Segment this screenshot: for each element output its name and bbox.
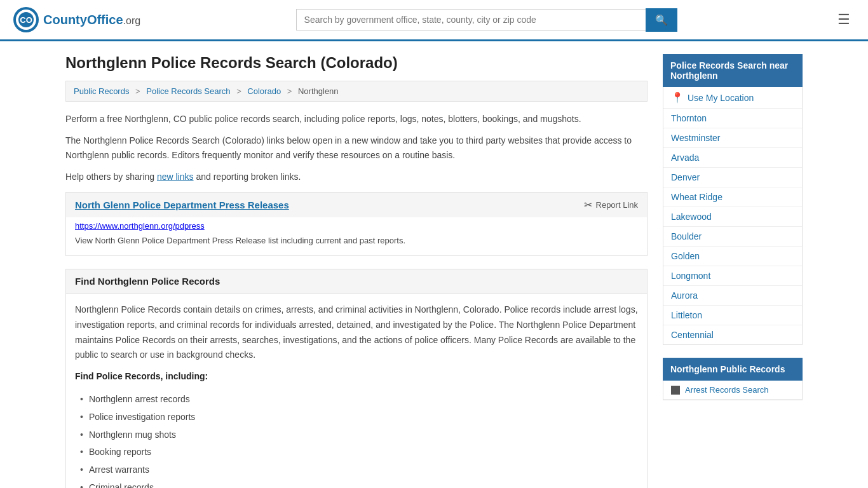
logo-icon: CO (13, 6, 39, 33)
description-2: The Northglenn Police Records Search (Co… (65, 133, 648, 162)
main-container: Northglenn Police Records Search (Colora… (53, 41, 815, 488)
site-header: CO CountyOffice.org 🔍 ☰ (0, 0, 868, 41)
find-list-item: Northglenn arrest records (78, 391, 638, 409)
breadcrumb-sep-1: > (135, 86, 140, 96)
nearby-section: Police Records Search near Northglenn 📍 … (663, 54, 803, 345)
public-record-item[interactable]: Arrest Records Search (663, 381, 802, 400)
find-section-heading: Find Northglenn Police Records (66, 269, 647, 294)
public-records-list: Arrest Records Search (663, 381, 803, 400)
use-location-link[interactable]: Use My Location (688, 93, 754, 103)
description-1: Perform a free Northglenn, CO public pol… (65, 112, 648, 126)
public-records-section: Northglenn Public Records Arrest Records… (663, 358, 803, 400)
header-right: ☰ (832, 9, 855, 30)
public-records-heading: Northglenn Public Records (663, 358, 803, 381)
breadcrumb-link-colorado[interactable]: Colorado (247, 86, 281, 96)
report-link-button[interactable]: ✂ Report Link (584, 199, 638, 211)
breadcrumb-current: Northglenn (298, 86, 339, 96)
find-list-item: Police investigation reports (78, 409, 638, 426)
breadcrumb: Public Records > Police Records Search >… (65, 81, 648, 102)
record-icon (671, 386, 680, 395)
resource-description: View North Glenn Police Department Press… (66, 232, 647, 256)
find-section: Find Northglenn Police Records Northglen… (65, 269, 648, 488)
new-links-link[interactable]: new links (157, 172, 194, 182)
nearby-city-link[interactable]: Boulder (671, 231, 702, 241)
nearby-city-item[interactable]: Aurora (663, 286, 802, 306)
logo-label: CountyOffice.org (43, 13, 140, 27)
find-section-body: Northglenn Police Records contain detail… (66, 294, 647, 488)
nearby-city-item[interactable]: Wheat Ridge (663, 187, 802, 207)
nearby-heading: Police Records Search near Northglenn (663, 54, 803, 87)
nearby-city-item[interactable]: Lakewood (663, 207, 802, 227)
logo-suffix: .org (123, 15, 141, 26)
resource-url[interactable]: https://www.northglenn.org/pdpress (66, 217, 647, 232)
nearby-city-item[interactable]: Westminster (663, 128, 802, 148)
sidebar: Police Records Search near Northglenn 📍 … (663, 54, 803, 488)
find-list-item: Booking reports (78, 444, 638, 461)
find-list-item: Arrest warrants (78, 461, 638, 479)
resource-title-link[interactable]: North Glenn Police Department Press Rele… (75, 200, 289, 210)
desc3-post: and reporting broken links. (194, 172, 301, 182)
menu-button[interactable]: ☰ (832, 9, 855, 30)
nearby-city-link[interactable]: Lakewood (671, 212, 712, 222)
nearby-city-link[interactable]: Denver (671, 172, 700, 182)
nearby-city-item[interactable]: Arvada (663, 148, 802, 168)
find-body-text: Northglenn Police Records contain detail… (75, 302, 638, 363)
breadcrumb-link-police-records[interactable]: Police Records Search (146, 86, 230, 96)
description-3: Help others by sharing new links and rep… (65, 170, 648, 184)
search-bar: 🔍 (296, 8, 677, 32)
nearby-city-link[interactable]: Centennial (671, 330, 714, 340)
breadcrumb-link-public-records[interactable]: Public Records (74, 86, 129, 96)
nearby-city-link[interactable]: Longmont (671, 271, 710, 281)
use-my-location[interactable]: 📍 Use My Location (663, 87, 802, 109)
find-list-item: Criminal records (78, 479, 638, 488)
nearby-city-link[interactable]: Golden (671, 251, 700, 261)
page-title: Northglenn Police Records Search (Colora… (65, 54, 648, 72)
desc3-pre: Help others by sharing (65, 172, 157, 182)
resource-url-link[interactable]: https://www.northglenn.org/pdpress (75, 221, 205, 231)
breadcrumb-sep-3: > (287, 86, 292, 96)
nearby-city-link[interactable]: Thornton (671, 113, 707, 123)
nearby-city-item[interactable]: Longmont (663, 266, 802, 286)
nearby-city-item[interactable]: Centennial (663, 325, 802, 344)
resource-card: North Glenn Police Department Press Rele… (65, 192, 648, 257)
public-record-link[interactable]: Arrest Records Search (685, 385, 769, 395)
nearby-city-link[interactable]: Aurora (671, 290, 698, 301)
search-icon: 🔍 (655, 15, 668, 25)
find-list-label: Find Police Records, including: (75, 369, 638, 384)
nearby-city-item[interactable]: Thornton (663, 109, 802, 128)
nearby-city-item[interactable]: Golden (663, 247, 802, 266)
nearby-list: 📍 Use My Location ThorntonWestminsterArv… (663, 87, 803, 345)
content-area: Northglenn Police Records Search (Colora… (65, 54, 648, 488)
resource-card-header: North Glenn Police Department Press Rele… (66, 192, 647, 217)
nearby-city-item[interactable]: Littleton (663, 306, 802, 325)
nearby-city-link[interactable]: Littleton (671, 310, 702, 320)
scissors-icon: ✂ (584, 199, 592, 211)
search-input[interactable] (296, 9, 646, 30)
nearby-city-link[interactable]: Westminster (671, 133, 721, 143)
svg-text:CO: CO (20, 15, 32, 25)
nearby-city-link[interactable]: Wheat Ridge (671, 192, 722, 202)
breadcrumb-sep-2: > (236, 86, 241, 96)
search-button[interactable]: 🔍 (646, 8, 677, 32)
find-list: Northglenn arrest recordsPolice investig… (75, 391, 638, 488)
nearby-city-link[interactable]: Arvada (671, 152, 699, 163)
find-list-item: Northglenn mug shots (78, 426, 638, 444)
nearby-city-item[interactable]: Denver (663, 168, 802, 187)
report-label: Report Link (596, 200, 638, 210)
location-pin-icon: 📍 (671, 92, 684, 104)
nearby-city-item[interactable]: Boulder (663, 227, 802, 247)
hamburger-icon: ☰ (837, 11, 850, 27)
logo-area[interactable]: CO CountyOffice.org (13, 6, 140, 33)
